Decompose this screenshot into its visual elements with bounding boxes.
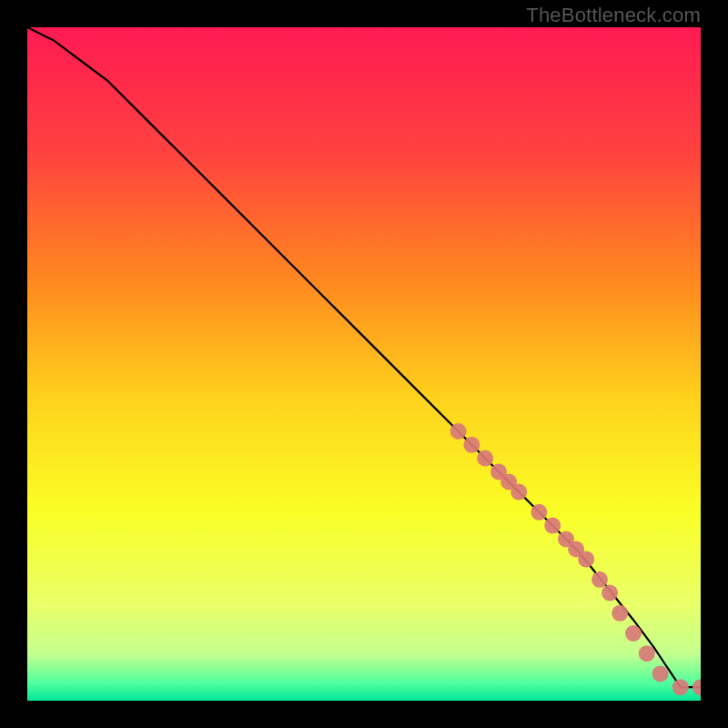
marker-point bbox=[511, 484, 527, 500]
chart-svg bbox=[27, 27, 701, 701]
chart-container: TheBottleneck.com bbox=[0, 0, 728, 728]
marker-point bbox=[578, 551, 594, 568]
marker-point bbox=[450, 423, 467, 440]
marker-point bbox=[602, 585, 618, 602]
marker-point bbox=[544, 518, 561, 534]
marker-point bbox=[592, 571, 608, 588]
plot-area bbox=[27, 27, 701, 701]
marker-point bbox=[463, 437, 480, 453]
marker-point bbox=[639, 645, 655, 662]
marker-point bbox=[531, 504, 547, 521]
marker-point bbox=[625, 625, 642, 642]
marker-point bbox=[612, 605, 628, 622]
gradient-background bbox=[27, 27, 701, 701]
marker-point bbox=[672, 679, 689, 695]
marker-point bbox=[477, 450, 493, 467]
watermark-text: TheBottleneck.com bbox=[526, 4, 701, 27]
marker-point bbox=[652, 665, 669, 682]
